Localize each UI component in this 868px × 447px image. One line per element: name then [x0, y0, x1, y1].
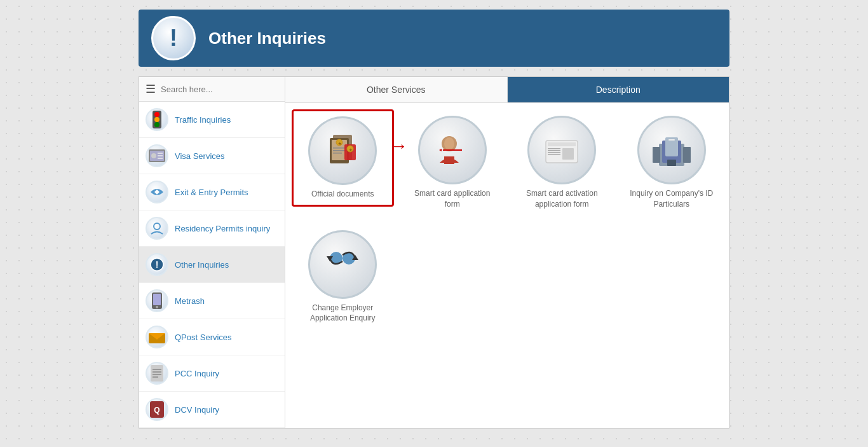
svg-rect-55	[668, 139, 675, 141]
svg-rect-33	[333, 153, 342, 154]
sidebar-item-qpost[interactable]: QPost Services	[139, 319, 285, 355]
svg-text:!: !	[156, 259, 159, 270]
sidebar-item-metrash[interactable]: Metrash	[139, 283, 285, 319]
services-row-2: Change Employer Application Enquiry	[292, 224, 722, 331]
svg-rect-44	[548, 148, 560, 149]
sidebar: ☰ Traffic InquiriesVisa ServicesExit & E…	[139, 77, 285, 428]
sidebar-icon-metrash	[146, 289, 168, 312]
service-label-official-docs: Official documents	[311, 189, 374, 200]
svg-point-16	[156, 306, 158, 308]
svg-text:Q: Q	[154, 406, 159, 415]
service-label-company-id: Inquiry on Company's ID Particulars	[627, 188, 717, 210]
svg-point-6	[151, 153, 156, 158]
svg-marker-41	[439, 149, 442, 151]
sidebar-item-residency[interactable]: Residency Permits inquiry	[139, 210, 285, 247]
service-icon-circle-change-employer	[308, 230, 377, 299]
sidebar-icon-exit-entry	[146, 181, 168, 203]
header-icon-circle: !	[151, 16, 196, 60]
sidebar-label-other: Other Inquiries	[175, 260, 229, 270]
tabs-header: Other Services Description	[285, 77, 729, 103]
svg-rect-46	[548, 152, 560, 153]
svg-point-11	[154, 223, 160, 230]
service-label-change-employer: Change Employer Application Enquiry	[298, 303, 388, 324]
svg-rect-43	[548, 142, 576, 146]
svg-rect-47	[548, 154, 560, 155]
svg-point-3	[154, 122, 159, 127]
services-row-1: ★ ★ Official documents→ Smart card appli…	[292, 109, 722, 216]
hamburger-icon[interactable]: ☰	[146, 82, 156, 96]
sidebar-label-traffic: Traffic Inquiries	[175, 115, 231, 125]
service-label-smart-card-app: Smart card application form	[408, 188, 498, 210]
sidebar-item-other[interactable]: !Other Inquiries	[139, 247, 285, 283]
service-icon-circle-smart-card-activation	[527, 116, 596, 184]
sidebar-item-exit-entry[interactable]: Exit & Entry Permits	[139, 174, 285, 210]
tab-description[interactable]: Description	[508, 77, 729, 102]
sidebar-item-visa[interactable]: Visa Services	[139, 138, 285, 174]
svg-point-1	[154, 112, 159, 117]
sidebar-label-visa: Visa Services	[175, 151, 225, 161]
sidebar-item-dcv[interactable]: QDCV Inquiry	[139, 392, 285, 428]
service-card-company-id[interactable]: Inquiry on Company's ID Particulars	[621, 109, 723, 216]
page-header: ! Other Inquiries	[139, 10, 729, 67]
svg-point-38	[444, 137, 454, 150]
sidebar-icon-pcc	[146, 362, 168, 385]
main-layout: ☰ Traffic InquiriesVisa ServicesExit & E…	[139, 76, 729, 429]
sidebar-label-exit-entry: Exit & Entry Permits	[175, 188, 248, 197]
sidebar-icon-residency	[146, 217, 168, 240]
sidebar-item-traffic[interactable]: Traffic Inquiries	[139, 102, 285, 138]
svg-rect-45	[548, 150, 560, 151]
svg-rect-19	[151, 365, 163, 382]
service-card-wrapper-official: ★ ★ Official documents→	[292, 109, 394, 216]
sidebar-item-pcc[interactable]: PCC Inquiry	[139, 355, 285, 392]
sidebar-search-bar[interactable]: ☰	[139, 77, 285, 102]
service-card-official-docs[interactable]: ★ ★ Official documents	[292, 109, 394, 207]
sidebar-label-metrash: Metrash	[175, 296, 205, 306]
tab-other-services[interactable]: Other Services	[285, 77, 508, 102]
sidebar-label-residency: Residency Permits inquiry	[175, 224, 270, 233]
sidebar-icon-dcv: Q	[146, 398, 168, 421]
service-card-change-employer[interactable]: Change Employer Application Enquiry	[292, 224, 394, 331]
content-area: Other Services Description ★ ★ Of	[285, 77, 729, 428]
svg-rect-15	[153, 294, 161, 305]
service-icon-circle-smart-card-app	[418, 116, 487, 184]
svg-rect-39	[444, 156, 454, 164]
svg-point-2	[154, 117, 159, 122]
svg-rect-54	[667, 160, 676, 166]
sidebar-label-qpost: QPost Services	[175, 333, 232, 342]
header-exclaim-icon: !	[170, 25, 177, 52]
svg-rect-52	[653, 147, 660, 163]
svg-rect-48	[562, 148, 574, 160]
svg-rect-53	[683, 147, 691, 163]
sidebar-label-pcc: PCC Inquiry	[175, 369, 219, 378]
sidebar-label-dcv: DCV Inquiry	[175, 405, 219, 415]
service-icon-circle-official-docs: ★ ★	[308, 116, 377, 185]
service-label-smart-card-activation: Smart card activation application form	[517, 188, 607, 210]
service-icon-circle-company-id	[637, 116, 706, 184]
sidebar-icon-visa	[146, 144, 168, 167]
services-container: ★ ★ Official documents→ Smart card appli…	[285, 103, 729, 336]
service-card-smart-card-activation[interactable]: Smart card activation application form	[511, 109, 613, 216]
sidebar-icon-qpost	[146, 326, 168, 348]
sidebar-items: Traffic InquiriesVisa ServicesExit & Ent…	[139, 102, 285, 428]
page-title: Other Inquiries	[208, 29, 326, 48]
service-card-smart-card-app[interactable]: Smart card application form	[402, 109, 504, 216]
sidebar-icon-other: !	[146, 253, 168, 276]
search-input[interactable]	[161, 85, 278, 94]
sidebar-icon-traffic	[146, 108, 168, 131]
svg-rect-32	[333, 150, 346, 151]
svg-rect-31	[333, 148, 346, 149]
